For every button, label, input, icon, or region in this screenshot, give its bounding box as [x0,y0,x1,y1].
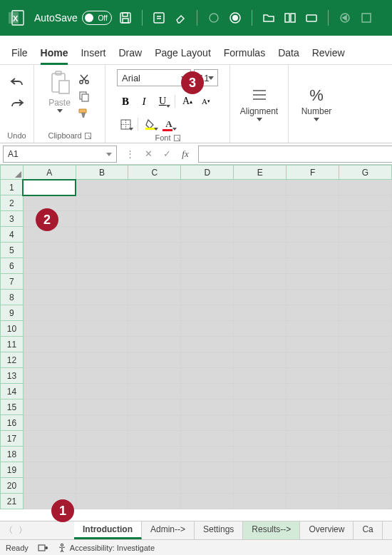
row-header-6[interactable]: 6 [1,258,24,274]
cell-A11[interactable] [23,337,76,352]
cell-B13[interactable] [76,368,128,384]
cell-G18[interactable] [339,447,391,462]
cell-G19[interactable] [339,462,391,478]
cell-B9[interactable] [76,305,128,321]
cell-G8[interactable] [339,290,391,305]
cell-D7[interactable] [181,274,234,290]
cell-A17[interactable] [23,431,76,447]
row-header-20[interactable]: 20 [1,478,24,494]
italic-button[interactable]: I [135,93,153,109]
cell-F6[interactable] [287,258,339,274]
cell-A1[interactable] [23,180,76,195]
cell-F16[interactable] [287,415,339,431]
font-name-select[interactable]: Arial [117,69,191,86]
qat-icon-3[interactable] [206,10,222,26]
cell-F19[interactable] [287,462,339,478]
cell-G12[interactable] [339,352,391,368]
tab-page-layout[interactable]: Page Layout [155,43,211,64]
cell-B19[interactable] [76,462,128,478]
col-header-G[interactable]: G [339,166,391,180]
cell-F18[interactable] [287,447,339,462]
enter-formula-icon[interactable]: ✓ [158,146,175,162]
cell-C14[interactable] [128,384,181,399]
sheet-tab-introduction[interactable]: Introduction [74,521,142,539]
cell-D8[interactable] [181,290,234,305]
cell-F17[interactable] [287,431,339,447]
cell-G11[interactable] [339,337,391,352]
formula-input[interactable] [198,146,392,163]
cell-D14[interactable] [181,384,234,399]
cell-E1[interactable] [234,180,287,195]
cell-G2[interactable] [339,195,391,211]
cell-F3[interactable] [287,211,339,227]
underline-button[interactable]: U [154,93,171,109]
cell-D9[interactable] [181,305,234,321]
cell-E10[interactable] [234,321,287,337]
cell-E12[interactable] [234,352,287,368]
cell-C4[interactable] [128,227,181,243]
cell-C21[interactable] [128,494,181,509]
cell-E2[interactable] [234,195,287,211]
cell-B10[interactable] [76,321,128,337]
spreadsheet-grid[interactable]: ABCDEFG123456789101112131415161718192021 [0,165,392,509]
cell-D6[interactable] [181,258,234,274]
cell-G5[interactable] [339,243,391,258]
fill-color-button[interactable] [142,116,159,132]
cell-A14[interactable] [23,384,76,399]
cell-C8[interactable] [128,290,181,305]
cell-B18[interactable] [76,447,128,462]
shrink-font-button[interactable]: A▾ [197,93,215,109]
tab-insert[interactable]: Insert [81,43,105,64]
cell-C15[interactable] [128,399,181,415]
macro-recorder-icon[interactable] [37,543,48,553]
cell-E14[interactable] [234,384,287,399]
cell-A7[interactable] [23,274,76,290]
cell-B16[interactable] [76,415,128,431]
cell-C17[interactable] [128,431,181,447]
name-box[interactable]: A1 [3,146,117,163]
row-header-18[interactable]: 18 [1,447,24,462]
cell-E21[interactable] [234,494,287,509]
cell-B8[interactable] [76,290,128,305]
cell-G14[interactable] [339,384,391,399]
cell-G20[interactable] [339,478,391,494]
cell-D1[interactable] [181,180,234,195]
cell-D13[interactable] [181,368,234,384]
cell-D17[interactable] [181,431,234,447]
cell-E19[interactable] [234,462,287,478]
col-header-E[interactable]: E [234,166,287,180]
qat-icon-6[interactable] [304,10,319,26]
cell-A20[interactable] [23,478,76,494]
cell-A5[interactable] [23,243,76,258]
sheet-tab-overview[interactable]: Overview [300,521,354,539]
cell-A6[interactable] [23,258,76,274]
cell-E11[interactable] [234,337,287,352]
cell-C18[interactable] [128,447,181,462]
row-header-10[interactable]: 10 [1,321,24,337]
cell-D12[interactable] [181,352,234,368]
tab-home[interactable]: Home [41,43,68,64]
row-header-17[interactable]: 17 [1,431,24,447]
cell-B20[interactable] [76,478,128,494]
row-header-1[interactable]: 1 [1,180,24,195]
cell-D16[interactable] [181,415,234,431]
accessibility-status[interactable]: Accessibility: Investigate [57,543,155,553]
cell-A13[interactable] [23,368,76,384]
row-header-3[interactable]: 3 [1,211,24,227]
cell-B6[interactable] [76,258,128,274]
cell-D15[interactable] [181,399,234,415]
cell-F2[interactable] [287,195,339,211]
cell-G10[interactable] [339,321,391,337]
col-header-D[interactable]: D [181,166,234,180]
cell-B15[interactable] [76,399,128,415]
cell-E17[interactable] [234,431,287,447]
cell-C16[interactable] [128,415,181,431]
cell-D20[interactable] [181,478,234,494]
cell-E4[interactable] [234,227,287,243]
cell-B12[interactable] [76,352,128,368]
cell-B11[interactable] [76,337,128,352]
cell-F9[interactable] [287,305,339,321]
cell-F12[interactable] [287,352,339,368]
cell-G13[interactable] [339,368,391,384]
row-header-11[interactable]: 11 [1,337,24,352]
